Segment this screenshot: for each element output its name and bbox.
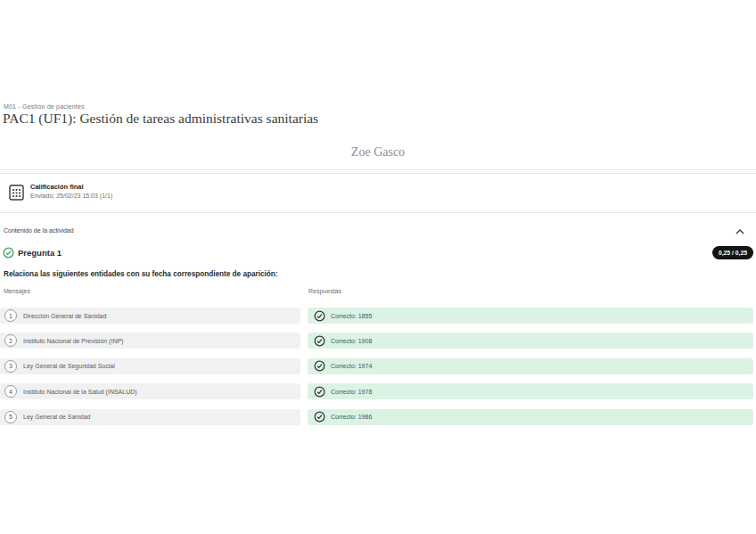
question-header: Pregunta 1 0,25 / 0,25 [0, 246, 756, 262]
table-row: 1 Dirección General de Sanidad Correcto:… [0, 303, 756, 328]
page-title: PAC1 (UF1): Gestión de tareas administra… [3, 111, 318, 127]
matching-table: 1 Dirección General de Sanidad Correcto:… [0, 303, 756, 430]
entity-chip: 5 Ley General de Sanidad [0, 409, 300, 425]
entity-chip: 1 Dirección General de Sanidad [0, 308, 300, 324]
check-circle-icon [3, 247, 14, 259]
item-number: 2 [4, 334, 17, 347]
breadcrumb[interactable]: M01 - Gestión de pacientes [4, 103, 85, 110]
correct-answer-label: Correcto: 1974 [331, 363, 372, 369]
item-number: 5 [4, 411, 17, 423]
question-prompt: Relaciona las siguientes entidades con s… [4, 270, 278, 278]
column-header-respuestas: Respuestas [308, 288, 341, 294]
check-circle-icon [314, 386, 325, 398]
column-header-mensajes: Mensajes [4, 288, 30, 294]
answer-chip: Correcto: 1974 [308, 358, 753, 374]
check-circle-icon [314, 310, 325, 322]
grade-submitted-info: Enviado: 25/02/23 15:03 (1/1) [30, 193, 112, 199]
answer-chip: Correcto: 1978 [308, 383, 753, 399]
chevron-up-icon[interactable] [735, 226, 745, 237]
entity-label: Ley General de Seguridad Social [23, 363, 115, 369]
table-row: 4 Instituto Nacional de la Salud (INSALU… [0, 379, 756, 404]
score-badge: 0,25 / 0,25 [712, 246, 753, 259]
item-number: 1 [4, 309, 17, 322]
item-number: 3 [4, 360, 17, 373]
attempt-review-page: M01 - Gestión de pacientes PAC1 (UF1): G… [0, 0, 756, 534]
correct-answer-label: Correcto: 1908 [331, 338, 372, 344]
answer-chip: Correcto: 1908 [308, 333, 753, 349]
table-row: 3 Ley General de Seguridad Social Correc… [0, 354, 756, 379]
divider [0, 169, 756, 170]
student-name: Zoe Gasco [0, 145, 756, 160]
item-number: 4 [4, 385, 17, 398]
grade-panel-title: Calificación final [30, 183, 84, 191]
entity-label: Instituto Nacional de la Salud (INSALUD) [23, 389, 137, 395]
check-circle-icon [314, 360, 325, 372]
question-title: Pregunta 1 [18, 248, 62, 258]
entity-label: Instituto Nacional de Previsión (INP) [23, 338, 123, 344]
correct-answer-label: Correcto: 1855 [331, 313, 372, 319]
table-row: 5 Ley General de Sanidad Correcto: 1986 [0, 405, 756, 430]
correct-answer-label: Correcto: 1978 [331, 389, 372, 395]
entity-label: Ley General de Sanidad [23, 414, 91, 420]
correct-answer-label: Correcto: 1986 [331, 414, 372, 420]
final-grade-panel: Calificación final Enviado: 25/02/23 15:… [0, 173, 756, 213]
answer-chip: Correcto: 1855 [308, 308, 753, 324]
entity-label: Dirección General de Sanidad [23, 313, 106, 319]
answer-chip: Correcto: 1986 [308, 409, 753, 425]
entity-chip: 2 Instituto Nacional de Previsión (INP) [0, 333, 300, 349]
check-circle-icon [314, 411, 325, 423]
entity-chip: 4 Instituto Nacional de la Salud (INSALU… [0, 383, 300, 399]
entity-chip: 3 Ley General de Seguridad Social [0, 358, 300, 374]
activity-content-label: Contenido de la actividad [4, 227, 74, 234]
rubric-grid-icon [9, 184, 24, 201]
check-circle-icon [314, 335, 325, 347]
table-row: 2 Instituto Nacional de Previsión (INP) … [0, 328, 756, 353]
